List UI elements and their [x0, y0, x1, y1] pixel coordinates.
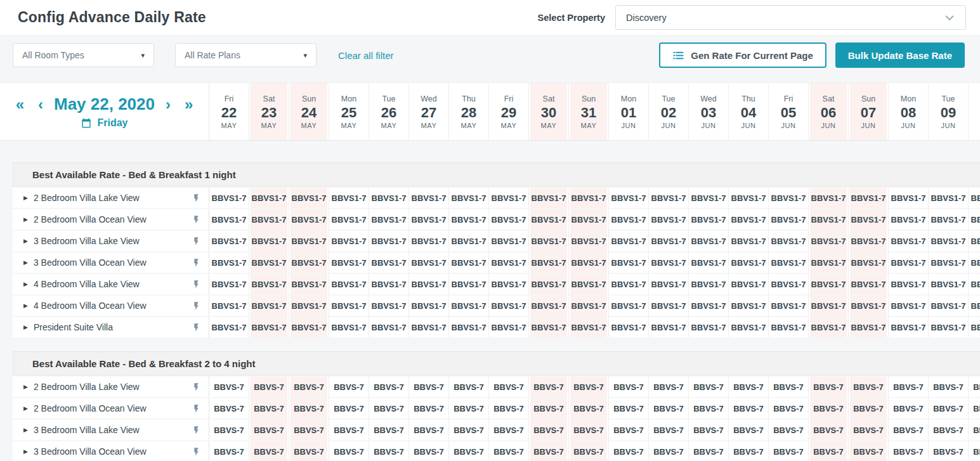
rate-cell[interactable]: BBVS1-7: [729, 231, 769, 251]
flash-bolt-icon[interactable]: [192, 446, 201, 457]
rate-cell[interactable]: BBVS1-7: [529, 252, 569, 273]
rate-cell[interactable]: BBVS1-7: [689, 317, 729, 337]
rate-cell[interactable]: BBVS1-7: [489, 188, 529, 208]
rate-cell[interactable]: BBVS-7: [369, 441, 409, 461]
expand-arrow-icon[interactable]: ▶: [23, 324, 28, 330]
rate-cell[interactable]: BBVS-7: [689, 420, 729, 440]
fast-backward-icon[interactable]: «: [9, 97, 31, 112]
calendar-icon[interactable]: [81, 117, 92, 129]
rate-cell[interactable]: BBVS1-7: [369, 317, 409, 337]
rate-cell[interactable]: BBVS1-7: [449, 188, 489, 208]
rate-cell[interactable]: BBVS1-7: [609, 188, 649, 208]
rate-cell[interactable]: BBVS1-7: [369, 231, 409, 251]
rate-cell[interactable]: BBVS-7: [449, 398, 489, 419]
rate-cell[interactable]: BBVS1-7: [489, 295, 529, 316]
rate-cell[interactable]: BBVS-7: [929, 441, 969, 461]
rate-cell[interactable]: BBVS1-7: [729, 188, 769, 208]
rate-cell[interactable]: BBVS1-7: [849, 188, 889, 208]
rate-cell[interactable]: BBVS1-7: [809, 274, 849, 294]
rate-cell[interactable]: BBVS1-7: [769, 252, 809, 273]
rate-cell[interactable]: BBVS1-7: [929, 231, 969, 251]
rate-cell[interactable]: BBVS1-7: [289, 231, 329, 251]
rate-cell[interactable]: BBVS-7: [929, 377, 969, 397]
rate-cell[interactable]: BBVS1-7: [609, 274, 649, 294]
rate-cell[interactable]: BBVS1-7: [489, 317, 529, 337]
rate-cell[interactable]: BBVS1-7: [529, 188, 569, 208]
rate-cell[interactable]: BBVS-7: [649, 377, 689, 397]
rate-cell[interactable]: BBVS1-7: [809, 295, 849, 316]
rate-cell[interactable]: BBVS1-7: [409, 231, 449, 251]
rate-cell[interactable]: BBVS1-7: [729, 295, 769, 316]
rate-cell[interactable]: BBVS1-7: [249, 231, 289, 251]
rate-cell[interactable]: BBVS-7: [609, 441, 649, 461]
rate-cell[interactable]: BBVS1-7: [209, 231, 249, 251]
rate-cell[interactable]: BBVS1-7: [289, 252, 329, 273]
rate-cell[interactable]: BBVS-7: [449, 377, 489, 397]
rate-cell[interactable]: BBVS1-7: [849, 252, 889, 273]
rate-cell[interactable]: BBVS1-7: [209, 188, 249, 208]
rate-cell[interactable]: BBVS1-7: [329, 295, 369, 316]
fast-forward-icon[interactable]: »: [178, 97, 200, 112]
rate-cell[interactable]: BBVS1-7: [569, 317, 609, 337]
rate-cell[interactable]: BBVS-7: [569, 441, 609, 461]
rate-cell[interactable]: BBVS1-7: [249, 317, 289, 337]
rate-cell[interactable]: BBVS1-7: [449, 252, 489, 273]
rate-cell[interactable]: BBVS1-7: [489, 274, 529, 294]
rate-cell[interactable]: BBVS1-7: [289, 295, 329, 316]
rate-cell[interactable]: BBVS-7: [569, 420, 609, 440]
rate-cell[interactable]: BBVS1-7: [369, 209, 409, 230]
rate-cell[interactable]: BBVS-7: [689, 398, 729, 419]
flash-bolt-icon[interactable]: [192, 301, 201, 311]
rate-cell[interactable]: BBVS1-7: [769, 295, 809, 316]
rate-cell[interactable]: BBVS1-7: [929, 252, 969, 273]
rate-cell[interactable]: BBVS1-7: [329, 188, 369, 208]
rate-cell[interactable]: BBVS-7: [329, 441, 369, 461]
rate-cell[interactable]: BBVS1-7: [449, 295, 489, 316]
rate-cell[interactable]: BBVS-7: [489, 441, 529, 461]
rate-cell[interactable]: BBVS-7: [809, 398, 849, 419]
rate-cell[interactable]: BBVS-7: [969, 377, 980, 397]
flash-bolt-icon[interactable]: [192, 193, 201, 204]
rate-cell[interactable]: BBVS-7: [329, 420, 369, 440]
rate-cell[interactable]: BBVS1-7: [649, 295, 689, 316]
rate-cell[interactable]: BBVS-7: [849, 441, 889, 461]
rate-cell[interactable]: BBVS1-7: [489, 209, 529, 230]
rate-cell[interactable]: BBVS1-7: [809, 188, 849, 208]
rate-cell[interactable]: BBVS1-7: [569, 274, 609, 294]
rate-cell[interactable]: BBVS-7: [729, 441, 769, 461]
rate-cell[interactable]: BBVS1-7: [249, 209, 289, 230]
rate-cell[interactable]: BBVS1-7: [569, 295, 609, 316]
rate-cell[interactable]: BBVS-7: [689, 441, 729, 461]
rate-cell[interactable]: BBVS1-7: [849, 274, 889, 294]
rate-cell[interactable]: BBVS-7: [369, 420, 409, 440]
rate-cell[interactable]: BBVS-7: [449, 420, 489, 440]
rate-cell[interactable]: BBVS-7: [969, 420, 980, 440]
rate-cell[interactable]: BBVS-7: [489, 420, 529, 440]
rate-cell[interactable]: BBVS1-7: [889, 274, 929, 294]
rate-cell[interactable]: BBVS-7: [889, 377, 929, 397]
rate-cell[interactable]: BBVS-7: [369, 398, 409, 419]
rate-plans-select[interactable]: All Rate Plans ▾: [175, 43, 317, 67]
rate-cell[interactable]: BBVS1-7: [769, 209, 809, 230]
rate-cell[interactable]: BBVS1-7: [889, 188, 929, 208]
rate-cell[interactable]: BBVS1-7: [289, 188, 329, 208]
expand-arrow-icon[interactable]: ▶: [23, 448, 28, 455]
rate-cell[interactable]: BBVS1-7: [289, 209, 329, 230]
rate-cell[interactable]: BBVS1-7: [889, 231, 929, 251]
rate-cell[interactable]: BBVS-7: [769, 441, 809, 461]
rate-cell[interactable]: BBVS1-7: [689, 209, 729, 230]
rate-cell[interactable]: BBVS-7: [809, 420, 849, 440]
expand-arrow-icon[interactable]: ▶: [23, 195, 28, 201]
rate-cell[interactable]: BBVS1-7: [969, 188, 980, 208]
flash-bolt-icon[interactable]: [192, 382, 201, 393]
rate-cell[interactable]: BBVS-7: [249, 441, 289, 461]
rate-cell[interactable]: BBVS-7: [249, 377, 289, 397]
bulk-update-base-rate-button[interactable]: Bulk Update Base Rate: [835, 42, 965, 68]
rate-cell[interactable]: BBVS1-7: [569, 209, 609, 230]
rate-cell[interactable]: BBVS1-7: [409, 188, 449, 208]
rate-cell[interactable]: BBVS1-7: [969, 209, 980, 230]
rate-cell[interactable]: BBVS1-7: [489, 231, 529, 251]
expand-arrow-icon[interactable]: ▶: [23, 238, 28, 244]
rate-cell[interactable]: BBVS1-7: [809, 231, 849, 251]
rate-cell[interactable]: BBVS1-7: [729, 317, 769, 337]
